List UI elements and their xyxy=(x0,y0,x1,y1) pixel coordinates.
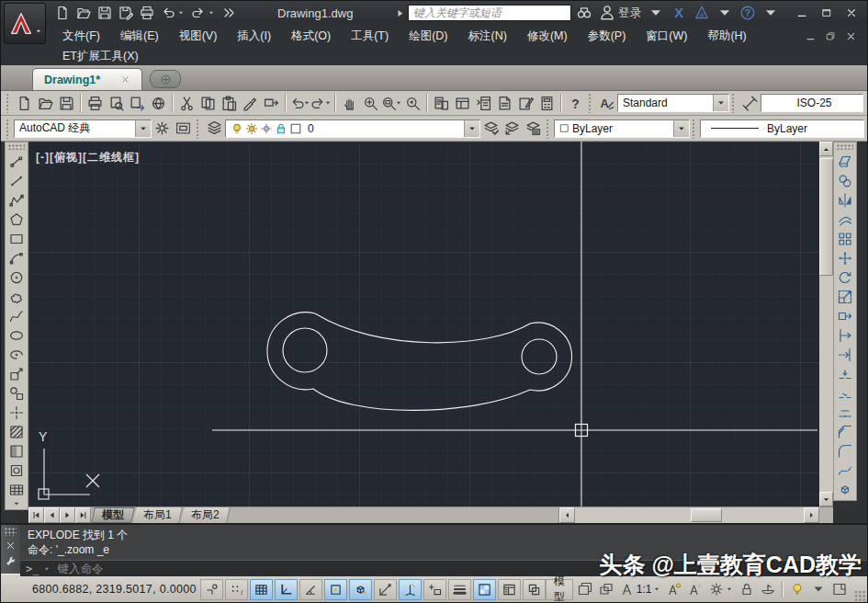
undo-button[interactable] xyxy=(289,93,310,114)
sign-in-dropdown[interactable] xyxy=(646,4,666,22)
circle-button[interactable] xyxy=(6,267,28,287)
array-button[interactable] xyxy=(835,229,856,248)
gradient-button[interactable] xyxy=(6,441,28,461)
workspace-settings-button[interactable] xyxy=(152,118,173,139)
clean-screen-button[interactable] xyxy=(830,579,849,600)
menu-dimension[interactable]: 标注(N) xyxy=(458,25,517,48)
dim-style-button[interactable] xyxy=(739,93,761,114)
properties-button[interactable] xyxy=(431,93,452,114)
region-button[interactable] xyxy=(6,461,28,480)
toolbar-grip[interactable] xyxy=(837,144,853,150)
stretch-button[interactable] xyxy=(835,306,856,325)
copy-object-button[interactable] xyxy=(835,171,856,190)
close-icon[interactable] xyxy=(5,540,17,552)
hatch-button[interactable] xyxy=(6,422,28,441)
new-button[interactable] xyxy=(14,93,35,114)
my-workspace-button[interactable] xyxy=(173,118,194,139)
arc-button[interactable] xyxy=(6,248,28,267)
vertical-scroll-thumb[interactable] xyxy=(819,158,833,276)
search-input[interactable] xyxy=(408,5,571,21)
toolbar-grip[interactable] xyxy=(588,93,592,113)
etransmit-button[interactable] xyxy=(261,93,282,114)
plot-button[interactable] xyxy=(85,93,106,114)
application-menu-button[interactable] xyxy=(4,3,46,44)
toolbar-grip[interactable] xyxy=(6,93,10,113)
publish-web-button[interactable] xyxy=(148,93,169,114)
scroll-right-button[interactable] xyxy=(804,507,819,523)
make-block-button[interactable] xyxy=(6,383,28,403)
sheet-set-manager-button[interactable] xyxy=(494,93,515,114)
qat-open-button[interactable] xyxy=(73,3,94,23)
rotate-button[interactable] xyxy=(835,267,856,287)
quick-view-drawings-button[interactable] xyxy=(597,579,615,600)
dynamic-ucs-toggle[interactable] xyxy=(399,579,422,600)
object-snap-toggle[interactable] xyxy=(324,579,347,600)
make-object-layer-current-button[interactable] xyxy=(480,118,502,139)
isolate-objects-button[interactable] xyxy=(759,579,777,600)
new-tab-button[interactable] xyxy=(150,70,181,88)
horizontal-scroll-track[interactable] xyxy=(575,507,804,523)
auto-annotation-scale-button[interactable] xyxy=(686,579,705,600)
close-button[interactable] xyxy=(840,6,862,20)
lineweight-toggle[interactable] xyxy=(448,579,471,600)
doc-minimize-button[interactable] xyxy=(801,30,819,43)
workspace-switching-button[interactable] xyxy=(707,579,735,600)
mirror-button[interactable] xyxy=(835,190,856,210)
file-tab-drawing1[interactable]: Drawing1* xyxy=(32,68,142,90)
redo-button[interactable] xyxy=(310,93,332,114)
menu-modify[interactable]: 修改(M) xyxy=(517,25,578,48)
polygon-button[interactable] xyxy=(6,210,28,229)
text-style-combo[interactable]: Standard xyxy=(617,94,729,112)
scale-button[interactable] xyxy=(835,287,856,306)
help-button[interactable]: ? xyxy=(565,93,586,114)
erase-button[interactable] xyxy=(835,152,856,171)
cut-button[interactable] xyxy=(176,93,197,114)
ellipse-arc-button[interactable] xyxy=(6,345,28,364)
offset-button[interactable] xyxy=(835,210,856,229)
pan-button[interactable] xyxy=(339,93,360,114)
horizontal-scrollbar[interactable] xyxy=(558,507,819,523)
polar-tracking-toggle[interactable] xyxy=(299,579,322,600)
menu-parametric[interactable]: 参数(P) xyxy=(578,25,637,48)
layer-lock-icon[interactable] xyxy=(275,122,287,135)
draw-toolbar-overflow[interactable] xyxy=(10,499,23,508)
quickcalc-button[interactable] xyxy=(536,93,558,114)
insert-block-button[interactable] xyxy=(6,364,28,383)
paste-button[interactable] xyxy=(219,93,240,114)
coordinates-readout[interactable]: 6800.6882, 2319.5017, 0.0000 xyxy=(32,583,200,596)
vertical-scroll-track[interactable] xyxy=(819,156,833,492)
table-button[interactable] xyxy=(6,480,28,499)
linetype-combo[interactable]: ByLayer xyxy=(700,119,864,138)
command-window-grip[interactable] xyxy=(5,528,17,536)
qat-new-button[interactable] xyxy=(52,3,73,23)
break-button[interactable] xyxy=(835,383,856,403)
qat-redo-button[interactable] xyxy=(188,3,218,23)
toolbar-grip[interactable] xyxy=(6,119,10,139)
quick-view-layouts-button[interactable] xyxy=(576,579,594,600)
layer-color-swatch[interactable] xyxy=(289,122,302,135)
qat-plot-button[interactable] xyxy=(137,3,157,23)
qat-saveas-button[interactable] xyxy=(116,3,136,23)
trim-button[interactable] xyxy=(835,325,856,345)
menu-tools[interactable]: 工具(T) xyxy=(341,25,399,48)
transparency-toggle[interactable] xyxy=(473,579,496,600)
infocenter-expand-icon[interactable] xyxy=(395,8,405,18)
move-button[interactable] xyxy=(835,248,856,267)
qat-undo-button[interactable] xyxy=(158,3,187,23)
match-properties-button[interactable] xyxy=(240,93,261,114)
scroll-left-button[interactable] xyxy=(559,507,575,523)
point-button[interactable] xyxy=(6,403,28,422)
menu-insert[interactable]: 插入(I) xyxy=(227,25,281,48)
scroll-down-button[interactable] xyxy=(819,492,833,506)
polyline-button[interactable] xyxy=(6,190,28,210)
qat-more-button[interactable] xyxy=(219,3,239,23)
layer-freeze-icon[interactable] xyxy=(245,122,258,135)
designcenter-button[interactable] xyxy=(452,93,473,114)
revision-cloud-button[interactable] xyxy=(6,287,28,306)
tab-layout2[interactable]: 布局2 xyxy=(181,507,230,523)
dynamic-input-toggle[interactable] xyxy=(423,579,446,600)
annotation-visibility-button[interactable] xyxy=(665,579,683,600)
menu-format[interactable]: 格式(O) xyxy=(281,25,341,48)
doc-restore-button[interactable] xyxy=(821,30,840,43)
blend-curves-button[interactable] xyxy=(835,461,856,480)
